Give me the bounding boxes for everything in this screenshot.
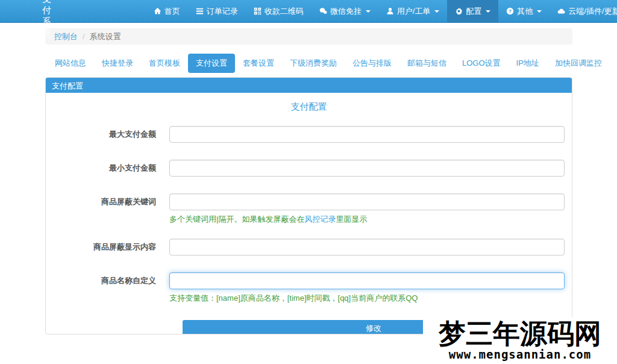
panel-heading: 支付配置 bbox=[46, 78, 572, 93]
nav-item-label: 订单记录 bbox=[207, 6, 238, 17]
panel-body: 支付配置 最大支付金额 最小支付金额 商品屏蔽关键词 多个关键词用|隔开。如果触… bbox=[46, 93, 572, 334]
nav-item-users-tickets[interactable]: 用户/工单 bbox=[378, 0, 448, 22]
form-row-block-keywords: 商品屏蔽关键词 多个关键词用|隔开。如果触发屏蔽会在风控记录里面显示 bbox=[46, 193, 572, 225]
nav-item-other[interactable]: ? 其他 bbox=[498, 0, 550, 22]
nav-item-label: 配置 bbox=[466, 6, 481, 17]
question-icon: ? bbox=[506, 7, 514, 15]
risk-records-link[interactable]: 风控记录 bbox=[304, 215, 336, 224]
form-title: 支付配置 bbox=[46, 101, 572, 113]
breadcrumb-current: 系统设置 bbox=[90, 31, 121, 42]
cloud-icon bbox=[557, 7, 565, 15]
nav-item-label: 用户/工单 bbox=[397, 6, 431, 17]
tab-announcement-layout[interactable]: 公告与排版 bbox=[345, 54, 399, 73]
tab-payment-settings[interactable]: 支付设置 bbox=[188, 54, 235, 73]
nav-item-label: 微信免挂 bbox=[330, 6, 362, 17]
field-label: 商品屏蔽关键词 bbox=[46, 193, 169, 225]
nav-item-orders[interactable]: 订单记录 bbox=[188, 0, 246, 22]
home-icon bbox=[154, 7, 161, 15]
product-name-custom-input[interactable] bbox=[169, 272, 565, 289]
nav-item-config[interactable]: 配置 bbox=[447, 0, 498, 22]
tab-quick-login[interactable]: 快捷登录 bbox=[94, 54, 141, 73]
nav-item-label: 首页 bbox=[164, 6, 180, 17]
tab-package-settings[interactable]: 套餐设置 bbox=[235, 54, 282, 73]
chevron-down-icon bbox=[537, 10, 542, 13]
gear-icon bbox=[455, 7, 463, 15]
watermark-url: www.mengsannian.com bbox=[449, 348, 591, 361]
nav-item-label: 云端/插件/更新 bbox=[568, 6, 617, 17]
watermark: 梦三年源码网 www.mengsannian.com bbox=[423, 317, 617, 364]
tab-callback-monitor[interactable]: 加快回调监控 bbox=[547, 54, 610, 73]
brand-title[interactable]: 94支付系统 bbox=[42, 0, 52, 22]
breadcrumb-separator: / bbox=[83, 32, 85, 41]
field-label: 商品屏蔽显示内容 bbox=[46, 239, 169, 256]
block-display-content-input[interactable] bbox=[169, 239, 565, 256]
tab-logo-settings[interactable]: LOGO设置 bbox=[454, 54, 509, 73]
tab-ip-address[interactable]: IP地址 bbox=[509, 54, 547, 73]
top-navbar: 94支付系统 首页 订单记录 收款二维码 微信免挂 bbox=[0, 0, 617, 23]
block-keywords-hint: 多个关键词用|隔开。如果触发屏蔽会在风控记录里面显示 bbox=[169, 214, 565, 225]
wechat-icon bbox=[319, 7, 327, 15]
nav-item-cloud-plugins[interactable]: 云端/插件/更新 bbox=[550, 0, 617, 22]
field-label: 商品名称自定义 bbox=[46, 272, 169, 304]
min-payment-amount-input[interactable] bbox=[169, 160, 565, 177]
nav-item-label: 收款二维码 bbox=[265, 6, 304, 17]
block-keywords-input[interactable] bbox=[169, 193, 565, 210]
user-icon bbox=[386, 7, 394, 15]
tab-downline-rewards[interactable]: 下级消费奖励 bbox=[282, 54, 345, 73]
product-name-hint: 支持变量值：[name]原商品名称，[time]时间戳，[qq]当前商户的联系Q… bbox=[169, 293, 565, 304]
svg-text:?: ? bbox=[509, 8, 512, 14]
breadcrumb-home-link[interactable]: 控制台 bbox=[54, 31, 78, 42]
settings-tabs: 网站信息 快捷登录 首页模板 支付设置 套餐设置 下级消费奖励 公告与排版 邮箱… bbox=[47, 54, 617, 73]
chevron-down-icon bbox=[366, 10, 371, 13]
chevron-down-icon bbox=[434, 10, 439, 13]
breadcrumb: 控制台 / 系统设置 bbox=[45, 28, 572, 45]
form-row-max-amount: 最大支付金额 bbox=[46, 126, 572, 143]
tab-email-sms[interactable]: 邮箱与短信 bbox=[399, 54, 454, 73]
nav-item-home[interactable]: 首页 bbox=[146, 0, 188, 22]
chevron-down-icon bbox=[486, 10, 490, 13]
nav-item-label: 其他 bbox=[517, 6, 533, 17]
form-row-min-amount: 最小支付金额 bbox=[46, 160, 572, 177]
nav-item-qrcode[interactable]: 收款二维码 bbox=[246, 0, 312, 22]
tab-site-info[interactable]: 网站信息 bbox=[47, 54, 94, 73]
field-label: 最小支付金额 bbox=[46, 160, 169, 177]
watermark-title: 梦三年源码网 bbox=[439, 321, 601, 348]
field-label: 最大支付金额 bbox=[46, 126, 169, 143]
payment-config-panel: 支付配置 支付配置 最大支付金额 最小支付金额 商品屏蔽关键词 多个关键词用|隔… bbox=[45, 77, 572, 334]
nav-item-wechat[interactable]: 微信免挂 bbox=[312, 0, 378, 22]
list-icon bbox=[196, 7, 204, 15]
tab-change-password[interactable]: 修改密码 bbox=[610, 54, 617, 73]
max-payment-amount-input[interactable] bbox=[169, 126, 565, 143]
tab-home-template[interactable]: 首页模板 bbox=[141, 54, 188, 73]
form-row-block-display: 商品屏蔽显示内容 bbox=[46, 239, 572, 256]
qrcode-icon bbox=[254, 7, 262, 15]
navbar-menu: 首页 订单记录 收款二维码 微信免挂 用户/工单 bbox=[146, 0, 617, 22]
form-row-product-name: 商品名称自定义 支持变量值：[name]原商品名称，[time]时间戳，[qq]… bbox=[46, 272, 572, 304]
